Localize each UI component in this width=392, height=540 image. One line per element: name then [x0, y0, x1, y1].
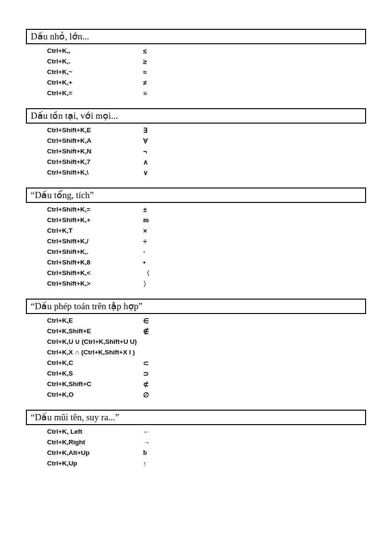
- symbol-text: ·: [143, 247, 153, 257]
- shortcut-text: Ctrl+K,O: [47, 390, 143, 400]
- shortcut-text: Ctrl+K,Alt+Up: [47, 448, 143, 458]
- shortcut-row: Ctrl+Shift+K,/ ÷: [47, 236, 366, 247]
- shortcut-text: Ctrl+Shift+K,<: [47, 268, 143, 278]
- shortcut-text: Ctrl+K,=: [47, 88, 143, 98]
- symbol-text: ≠: [143, 78, 153, 88]
- symbol-text: ≡: [143, 88, 153, 98]
- shortcut-row: Ctrl+Shift+K,N ¬: [47, 146, 366, 157]
- shortcut-row: Ctrl+K,+ ≠: [47, 77, 366, 88]
- shortcut-text: Ctrl+K,Right: [47, 438, 143, 447]
- section-title: Dấu tồn tại, với mọi...: [26, 108, 366, 124]
- shortcut-text: Ctrl+K,,: [47, 46, 143, 56]
- shortcut-text: Ctrl+K,Up: [47, 459, 143, 468]
- section-title: Dấu nhỏ, lớn...: [26, 29, 366, 44]
- shortcut-row: Ctrl+K,S ⊃: [47, 368, 366, 379]
- shortcut-text: Ctrl+K,.: [47, 57, 143, 66]
- shortcut-text: Ctrl+Shift+K,+: [47, 215, 143, 225]
- shortcut-text: Ctrl+K,Shift+C: [47, 379, 143, 389]
- symbol-text: ÷: [143, 237, 153, 246]
- symbol-text: b: [143, 448, 153, 458]
- symbol-text: ≥: [143, 57, 153, 66]
- shortcut-row: Ctrl+K,U ∪ (Ctrl+K,Shift+U U): [47, 337, 366, 347]
- symbol-text: ≈: [143, 67, 153, 77]
- shortcut-text: Ctrl+K,S: [47, 369, 143, 378]
- section-title: “Dấu tổng, tích”: [26, 188, 366, 203]
- shortcut-rows: Ctrl+Shift+K,= ± Ctrl+Shift+K,+ m Ctrl+K…: [47, 204, 366, 289]
- shortcut-text: Ctrl+Shift+K,E: [47, 126, 143, 135]
- symbol-text: ∃: [143, 126, 153, 135]
- shortcut-text: Ctrl+K,U ∪ (Ctrl+K,Shift+U U): [47, 337, 366, 347]
- shortcut-row: Ctrl+Shift+K,= ±: [47, 204, 366, 215]
- symbol-text: ∀: [143, 136, 153, 146]
- shortcut-text: Ctrl+Shift+K,>: [47, 279, 143, 289]
- symbol-text: 〉: [143, 279, 153, 289]
- symbol-text: ⊂: [143, 358, 153, 368]
- shortcut-rows: Ctrl+Shift+K,E ∃ Ctrl+Shift+K,A ∀ Ctrl+S…: [47, 125, 366, 178]
- shortcut-row: Ctrl+Shift+K,7 ∧: [47, 157, 366, 167]
- section: “Dấu phép toán trên tập hợp” Ctrl+K,E ∈ …: [26, 299, 366, 400]
- shortcut-row: Ctrl+K,C ⊂: [47, 358, 366, 368]
- document-page: Dấu nhỏ, lớn... Ctrl+K,, ≤ Ctrl+K,. ≥ Ct…: [0, 0, 392, 540]
- shortcut-row: Ctrl+Shift+K,E ∃: [47, 125, 366, 136]
- shortcut-text: Ctrl+K,~: [47, 67, 143, 77]
- symbol-text: ∉: [143, 327, 153, 336]
- shortcut-text: Ctrl+K,+: [47, 78, 143, 88]
- shortcut-row: Ctrl+K,T ×: [47, 226, 366, 236]
- section: “Dấu mũi tên, suy ra...” Ctrl+K, Left ← …: [26, 410, 366, 469]
- shortcut-row: Ctrl+K,Right →: [47, 437, 366, 448]
- shortcut-text: Ctrl+K,E: [47, 316, 143, 326]
- shortcut-row: Ctrl+K,~ ≈: [47, 67, 366, 77]
- section: Dấu nhỏ, lớn... Ctrl+K,, ≤ Ctrl+K,. ≥ Ct…: [26, 29, 366, 99]
- symbol-text: 〈: [143, 268, 153, 278]
- symbol-text: ⊃: [143, 369, 153, 378]
- shortcut-row: Ctrl+Shift+K,> 〉: [47, 278, 366, 289]
- section: Dấu tồn tại, với mọi... Ctrl+Shift+K,E ∃…: [26, 108, 366, 178]
- symbol-text: ¬: [143, 147, 153, 156]
- shortcut-row: Ctrl+Shift+K,8 •: [47, 257, 366, 268]
- shortcut-row: Ctrl+Shift+K,+ m: [47, 215, 366, 226]
- shortcut-text: Ctrl+K,T: [47, 226, 143, 236]
- symbol-text: →: [143, 438, 153, 447]
- shortcut-row: Ctrl+Shift+K,. ·: [47, 247, 366, 257]
- symbol-text: ≤: [143, 46, 153, 56]
- shortcut-row: Ctrl+K,X ∩ (Ctrl+K,Shift+X Ι ): [47, 347, 366, 358]
- shortcut-text: Ctrl+Shift+K,/: [47, 237, 143, 246]
- shortcut-text: Ctrl+K,X ∩ (Ctrl+K,Shift+X Ι ): [47, 348, 366, 357]
- symbol-text: m: [143, 215, 153, 225]
- shortcut-text: Ctrl+Shift+K,A: [47, 136, 143, 146]
- shortcut-row: Ctrl+K, Left ←: [47, 427, 366, 437]
- shortcut-text: Ctrl+Shift+K,N: [47, 147, 143, 156]
- shortcut-row: Ctrl+Shift+K,A ∀: [47, 136, 366, 146]
- symbol-text: ↑: [143, 459, 153, 468]
- shortcut-rows: Ctrl+K,E ∈ Ctrl+K,Shift+E ∉ Ctrl+K,U ∪ (…: [47, 315, 366, 400]
- shortcut-text: Ctrl+Shift+K,7: [47, 157, 143, 167]
- shortcut-row: Ctrl+K,= ≡: [47, 88, 366, 99]
- shortcut-row: Ctrl+K,Shift+E ∉: [47, 326, 366, 337]
- shortcut-row: Ctrl+Shift+K,< 〈: [47, 268, 366, 278]
- shortcut-row: Ctrl+K,, ≤: [47, 46, 366, 56]
- symbol-text: ±: [143, 205, 153, 214]
- shortcut-row: Ctrl+K,. ≥: [47, 56, 366, 67]
- section-title: “Dấu phép toán trên tập hợp”: [26, 299, 366, 314]
- shortcut-row: Ctrl+K,Up ↑: [47, 458, 366, 469]
- symbol-text: ←: [143, 427, 153, 437]
- symbol-text: ⊄: [143, 379, 153, 389]
- shortcut-text: Ctrl+K,Shift+E: [47, 327, 143, 336]
- shortcut-row: Ctrl+Shift+K,\ ∨: [47, 167, 366, 178]
- symbol-text: ∅: [143, 390, 153, 400]
- shortcut-text: Ctrl+K, Left: [47, 427, 143, 437]
- symbol-text: •: [143, 258, 153, 267]
- symbol-text: ×: [143, 226, 153, 236]
- shortcut-rows: Ctrl+K,, ≤ Ctrl+K,. ≥ Ctrl+K,~ ≈ Ctrl+K,…: [47, 46, 366, 99]
- symbol-text: ∨: [143, 168, 153, 177]
- symbol-text: ∧: [143, 157, 153, 167]
- shortcut-text: Ctrl+Shift+K,.: [47, 247, 143, 257]
- symbol-text: ∈: [143, 316, 153, 326]
- shortcut-rows: Ctrl+K, Left ← Ctrl+K,Right → Ctrl+K,Alt…: [47, 427, 366, 469]
- shortcut-text: Ctrl+Shift+K,8: [47, 258, 143, 267]
- shortcut-row: Ctrl+K,E ∈: [47, 315, 366, 326]
- shortcut-row: Ctrl+K,O ∅: [47, 389, 366, 400]
- section: “Dấu tổng, tích” Ctrl+Shift+K,= ± Ctrl+S…: [26, 188, 366, 289]
- shortcut-row: Ctrl+K,Shift+C ⊄: [47, 379, 366, 389]
- shortcut-text: Ctrl+Shift+K,\: [47, 168, 143, 177]
